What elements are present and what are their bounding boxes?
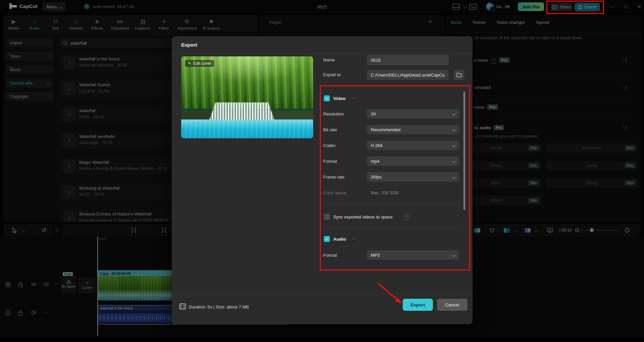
resolution-label: Resolution bbox=[323, 111, 344, 116]
sync-checkbox[interactable]: ✓ bbox=[324, 214, 330, 220]
pencil-icon: ✎ bbox=[188, 61, 191, 66]
chevron-down-icon bbox=[452, 253, 456, 257]
film-icon bbox=[179, 303, 186, 309]
divider bbox=[323, 228, 460, 228]
export-path-value: C:/Users/DELL/AppData/Local/CapCu... bbox=[371, 72, 445, 78]
chevron-down-icon bbox=[452, 159, 456, 163]
export-to-label: Export to bbox=[323, 72, 341, 77]
format-value: mp4 bbox=[371, 159, 379, 164]
capcut-app: CapCut Menu ✓ Auto saved: 18:47:33 0515 … bbox=[0, 0, 644, 342]
audio-format-select[interactable]: MP3 bbox=[367, 250, 459, 260]
codec-label: Codec bbox=[323, 143, 336, 148]
codec-value: H.264 bbox=[371, 143, 383, 148]
cover-preview: ✎ Edit cover bbox=[181, 56, 313, 138]
divider bbox=[172, 294, 473, 294]
divider bbox=[323, 204, 460, 205]
duration-size-info: Duration: 5s | Size: about 7 MB bbox=[189, 304, 249, 309]
dialog-scrollbar[interactable] bbox=[463, 91, 465, 210]
name-value: 0515 bbox=[371, 58, 381, 63]
audio-checkbox[interactable]: ✓ bbox=[324, 236, 330, 242]
chevron-down-icon bbox=[452, 144, 456, 147]
audio-format-value: MP3 bbox=[371, 253, 380, 258]
export-dialog: Export ✎ Edit cover Name 0515 Export to … bbox=[172, 36, 473, 324]
framerate-select[interactable]: 30fps bbox=[367, 172, 459, 182]
info-icon[interactable]: ? bbox=[404, 214, 409, 220]
colorspace-label: Color space bbox=[323, 190, 346, 195]
cancel-button[interactable]: Cancel bbox=[437, 299, 467, 311]
edit-cover-label: Edit cover bbox=[193, 61, 211, 66]
dialog-title: Export bbox=[181, 42, 197, 48]
collapse-icon[interactable] bbox=[352, 238, 356, 242]
format-select[interactable]: mp4 bbox=[367, 156, 459, 166]
export-path-input[interactable]: C:/Users/DELL/AppData/Local/CapCu... bbox=[367, 70, 449, 80]
codec-select[interactable]: H.264 bbox=[367, 141, 459, 150]
colorspace-value: Rec. 709 SDR bbox=[371, 190, 399, 195]
resolution-value: 2K bbox=[371, 111, 376, 116]
name-input[interactable]: 0515 bbox=[367, 55, 449, 65]
bitrate-value: Recommended bbox=[371, 127, 400, 132]
format-label: Format bbox=[323, 159, 337, 164]
bitrate-label: Bit rate bbox=[323, 127, 337, 132]
audio-section-label: Audio bbox=[333, 237, 346, 242]
collapse-icon[interactable] bbox=[352, 98, 355, 101]
bitrate-select[interactable]: Recommended bbox=[367, 125, 459, 134]
chevron-down-icon bbox=[452, 112, 456, 115]
chevron-down-icon bbox=[452, 128, 456, 131]
framerate-value: 30fps bbox=[371, 175, 382, 180]
export-confirm-button[interactable]: Export bbox=[403, 299, 433, 311]
edit-cover-button[interactable]: ✎ Edit cover bbox=[185, 60, 214, 67]
chevron-down-icon bbox=[452, 175, 456, 179]
framerate-label: Frame rate bbox=[323, 175, 345, 180]
divider bbox=[172, 54, 473, 54]
audio-format-label: Format bbox=[323, 253, 337, 258]
sync-label: Sync exported videos to space bbox=[333, 214, 393, 219]
name-label: Name bbox=[323, 57, 335, 62]
resolution-select[interactable]: 2K bbox=[367, 109, 459, 118]
video-section-label: Video bbox=[333, 96, 346, 101]
browse-folder-button[interactable] bbox=[454, 70, 464, 80]
video-checkbox[interactable]: ✓ bbox=[324, 95, 330, 101]
